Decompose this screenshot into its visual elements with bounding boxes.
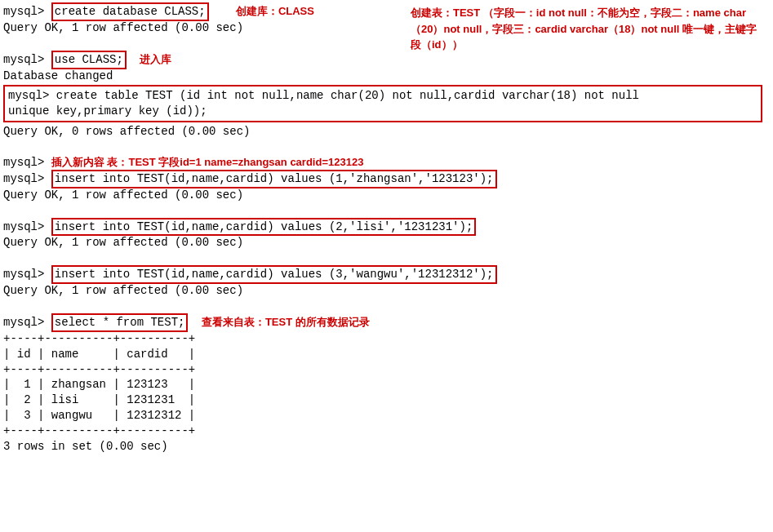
response-one-row-2: Query OK, 1 row affected (0.00 sec)	[3, 188, 770, 203]
line-insert-1: mysql> insert into TEST(id,name,cardid) …	[3, 171, 770, 188]
response-one-row-3: Query OK, 1 row affected (0.00 sec)	[3, 235, 770, 250]
annotation-use-db: 进入库	[140, 53, 171, 65]
result-table: +----+----------+----------+ | id | name…	[3, 331, 770, 439]
response-one-row-4: Query OK, 1 row affected (0.00 sec)	[3, 283, 770, 299]
cmd-select: select * from TEST;	[51, 313, 189, 332]
response-rows-in-set: 3 rows in set (0.00 sec)	[3, 439, 770, 454]
cmd-insert-1: insert into TEST(id,name,cardid) values …	[51, 170, 497, 188]
blank-2	[3, 140, 770, 155]
cmd-use-db: use CLASS;	[51, 51, 127, 69]
line-select: mysql> select * from TEST; 查看来自表：TEST 的所…	[3, 314, 770, 331]
annotation-select: 查看来自表：TEST 的所有数据记录	[202, 316, 370, 328]
cmd-create-table-box: mysql> create table TEST (id int not nul…	[3, 85, 762, 122]
mysql-prompt: mysql>	[3, 220, 44, 233]
mysql-prompt: mysql>	[3, 172, 44, 185]
mysql-prompt: mysql>	[3, 5, 44, 18]
cmd-insert-2: insert into TEST(id,name,cardid) values …	[51, 218, 476, 237]
mysql-prompt: mysql>	[3, 156, 44, 169]
cmd-create-table-l2: unique key,primary key (id));	[8, 104, 757, 119]
annotation-create-db: 创建库：CLASS	[236, 5, 314, 17]
line-use-db: mysql> use CLASS; 进入库	[3, 51, 770, 69]
blank-3	[3, 203, 770, 219]
line-create-table-1: mysql> create table TEST (id int not nul…	[8, 88, 757, 104]
line-insert-2: mysql> insert into TEST(id,name,cardid) …	[3, 219, 770, 236]
cmd-create-db: create database CLASS;	[51, 2, 209, 21]
blank-5	[3, 299, 770, 314]
line-insert-3: mysql> insert into TEST(id,name,cardid) …	[3, 266, 770, 283]
annotation-insert-intro: 插入新内容 表：TEST 字段id=1 name=zhangsan cardid…	[51, 156, 364, 168]
response-one-row-1: Query OK, 1 row affected (0.00 sec)	[3, 20, 770, 36]
mysql-prompt: mysql>	[8, 89, 49, 102]
response-db-changed: Database changed	[3, 69, 770, 84]
mysql-prompt: mysql>	[3, 316, 44, 329]
blank-1	[3, 36, 770, 51]
blank-4	[3, 250, 770, 266]
line-create-db: mysql> create database CLASS; 创建库：CLASS	[3, 3, 770, 20]
mysql-prompt: mysql>	[3, 268, 44, 281]
cmd-insert-3: insert into TEST(id,name,cardid) values …	[51, 265, 497, 284]
cmd-create-table-l1: create table TEST (id int not null,name …	[56, 89, 639, 102]
mysql-prompt: mysql>	[3, 53, 44, 66]
line-insert-intro: mysql> 插入新内容 表：TEST 字段id=1 name=zhangsan…	[3, 155, 770, 171]
response-zero-rows: Query OK, 0 rows affected (0.00 sec)	[3, 124, 770, 140]
